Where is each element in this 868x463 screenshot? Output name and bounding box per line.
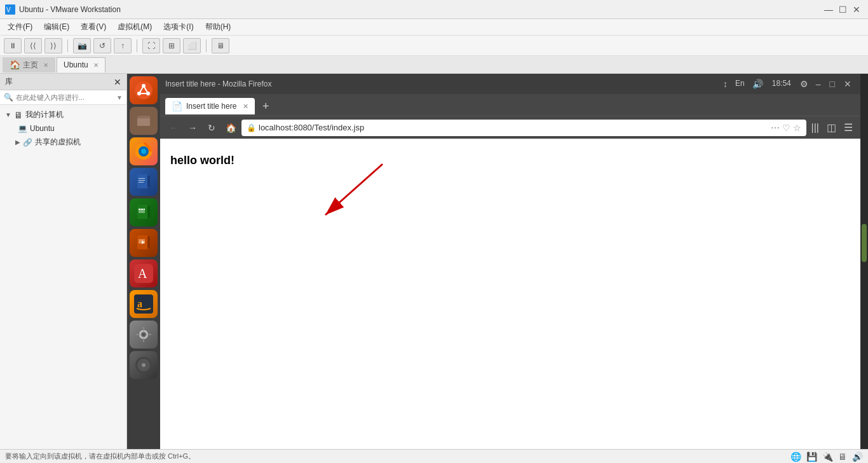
- toolbar-forward[interactable]: ⟩⟩: [44, 38, 62, 53]
- back-button[interactable]: ←: [165, 120, 182, 136]
- audio-status-icon: 🔊: [852, 452, 863, 462]
- dock-item-amazon[interactable]: a: [130, 290, 158, 318]
- display-status-icon: 🖥: [838, 452, 847, 462]
- security-lock-icon: 🔒: [247, 123, 256, 132]
- dock-item-impress[interactable]: [130, 229, 158, 257]
- sidebar-close-icon[interactable]: ✕: [114, 77, 121, 87]
- forward-button[interactable]: →: [184, 120, 201, 136]
- sidebar-search-input[interactable]: [16, 93, 116, 101]
- menu-help[interactable]: 帮助(H): [200, 20, 236, 34]
- svg-rect-25: [144, 209, 145, 210]
- dock-item-ubuntu[interactable]: [130, 76, 158, 104]
- toolbar-fullscreen[interactable]: ⛶: [142, 38, 160, 53]
- dock-item-system-settings[interactable]: [130, 321, 158, 349]
- scrollbar-thumb[interactable]: [862, 224, 867, 262]
- toolbar-rewind[interactable]: ⟨⟨: [24, 38, 42, 53]
- dock-item-firefox[interactable]: [130, 137, 158, 165]
- svg-rect-21: [147, 206, 150, 218]
- menu-file[interactable]: 文件(F): [3, 20, 37, 34]
- sidebar-item-my-computer[interactable]: ▼ 🖥 我的计算机: [0, 107, 126, 122]
- svg-rect-11: [139, 116, 144, 118]
- status-message: 要将输入定向到该虚拟机，请在虚拟机内部单击或按 Ctrl+G。: [5, 452, 195, 461]
- star-icon[interactable]: ☆: [793, 123, 801, 133]
- home-button[interactable]: 🏠: [222, 120, 239, 136]
- dock-item-calc[interactable]: [130, 198, 158, 226]
- toolbar-send-file[interactable]: ↑: [114, 38, 132, 53]
- tab-home[interactable]: 🏠 主页 ✕: [3, 57, 55, 73]
- toolbar-sep1: [67, 39, 68, 52]
- firefox-content[interactable]: hello world!: [160, 139, 860, 449]
- vm-display[interactable]: A a: [127, 74, 868, 449]
- svg-rect-24: [141, 209, 143, 210]
- search-dropdown-icon[interactable]: ▼: [116, 94, 123, 101]
- new-tab-button[interactable]: +: [257, 98, 274, 114]
- toolbar-fit[interactable]: ⬜: [183, 38, 201, 53]
- window-title: Ubuntu - VMware Workstation: [19, 5, 121, 14]
- firefox-menu-icon[interactable]: ☰: [841, 119, 855, 136]
- close-button[interactable]: ✕: [850, 3, 863, 16]
- menu-tabs[interactable]: 选项卡(I): [158, 20, 198, 34]
- toolbar-pause[interactable]: ⏸: [4, 38, 22, 53]
- tab-ubuntu[interactable]: Ubuntu ✕: [57, 57, 105, 73]
- firefox-minimize-button[interactable]: –: [812, 78, 825, 90]
- tab-close-icon[interactable]: ✕: [243, 102, 248, 111]
- statusbar-icons: 🌐 💾 🔌 🖥 🔊: [790, 452, 863, 462]
- svg-point-42: [142, 363, 146, 367]
- firefox-tab-active[interactable]: 📄 Insert title here ✕: [165, 98, 255, 114]
- vmware-icon: V: [5, 4, 15, 15]
- page-content-text: hello world!: [170, 154, 850, 167]
- dock-item-files[interactable]: [130, 107, 158, 135]
- svg-rect-23: [139, 209, 140, 210]
- toolbar-display[interactable]: 🖥: [212, 38, 229, 53]
- ubuntu-tab-label: Ubuntu: [64, 60, 88, 69]
- vmware-titlebar: V Ubuntu - VMware Workstation — ☐ ✕: [0, 0, 868, 19]
- dock-item-appstore[interactable]: A: [130, 259, 158, 287]
- menu-view[interactable]: 查看(V): [76, 20, 111, 34]
- toolbar-snapshot[interactable]: 📷: [73, 38, 91, 53]
- tab-ubuntu-close[interactable]: ✕: [93, 62, 98, 69]
- toolbar-sep3: [206, 39, 207, 52]
- firefox-settings-icon: ⚙: [797, 78, 811, 90]
- scrollbar-track[interactable]: [860, 74, 868, 449]
- sidebar-item-ubuntu[interactable]: 💻 Ubuntu: [0, 122, 126, 135]
- reader-mode-icon[interactable]: ♡: [782, 123, 790, 133]
- svg-rect-18: [139, 180, 145, 181]
- bookmarks-icon[interactable]: ⋯: [771, 123, 780, 133]
- svg-rect-16: [147, 176, 150, 187]
- address-bar[interactable]: 🔒 localhost:8080/Test/index.jsp ⋯ ♡ ☆: [241, 120, 806, 136]
- sidebar-search-bar[interactable]: 🔍 ▼: [0, 90, 126, 105]
- url-text[interactable]: localhost:8080/Test/index.jsp: [259, 123, 768, 132]
- ubuntu-desktop[interactable]: A a: [127, 74, 868, 449]
- sidebar-item-shared-vms[interactable]: ▶ 🔗 共享的虚拟机: [0, 135, 126, 149]
- dock-item-writer[interactable]: [130, 168, 158, 196]
- ubuntu-dock: A a: [127, 74, 160, 449]
- maximize-button[interactable]: ☐: [836, 3, 849, 16]
- menu-vm[interactable]: 虚拟机(M): [112, 20, 157, 34]
- toolbar-unity[interactable]: ⊞: [163, 38, 180, 53]
- toolbar-revert[interactable]: ↺: [93, 38, 111, 53]
- my-computer-label: 我的计算机: [25, 109, 64, 120]
- dock-item-dvd[interactable]: [130, 351, 158, 379]
- computer-icon: 🖥: [14, 110, 23, 120]
- tree-expand-icon: ▼: [5, 111, 11, 118]
- usb-status-icon: 🔌: [822, 452, 833, 462]
- ubuntu-label: Ubuntu: [30, 124, 55, 133]
- tab-home-close[interactable]: ✕: [43, 62, 48, 69]
- minimize-button[interactable]: —: [822, 3, 835, 16]
- firefox-close-button[interactable]: ✕: [840, 78, 855, 90]
- library-icon[interactable]: |||: [809, 120, 822, 136]
- svg-text:a: a: [137, 298, 142, 309]
- network-status-icon: 🌐: [790, 452, 801, 462]
- firefox-maximize-button[interactable]: □: [826, 78, 839, 90]
- svg-rect-36: [143, 327, 144, 331]
- menu-edit[interactable]: 编辑(E): [39, 20, 74, 34]
- firefox-window[interactable]: Insert title here - Mozilla Firefox ↕ En…: [160, 74, 860, 449]
- sidebar-toggle-icon[interactable]: ◫: [824, 119, 839, 136]
- vm-icon: 💻: [18, 124, 27, 133]
- reload-button[interactable]: ↻: [203, 120, 220, 136]
- vmware-toolbar: ⏸ ⟨⟨ ⟩⟩ 📷 ↺ ↑ ⛶ ⊞ ⬜ 🖥: [0, 36, 868, 56]
- vm-scrollbar[interactable]: [860, 74, 868, 449]
- menubar: 文件(F) 编辑(E) 查看(V) 虚拟机(M) 选项卡(I) 帮助(H): [0, 19, 868, 36]
- time-display: 18:54: [767, 78, 796, 90]
- tab-title: Insert title here: [186, 102, 236, 111]
